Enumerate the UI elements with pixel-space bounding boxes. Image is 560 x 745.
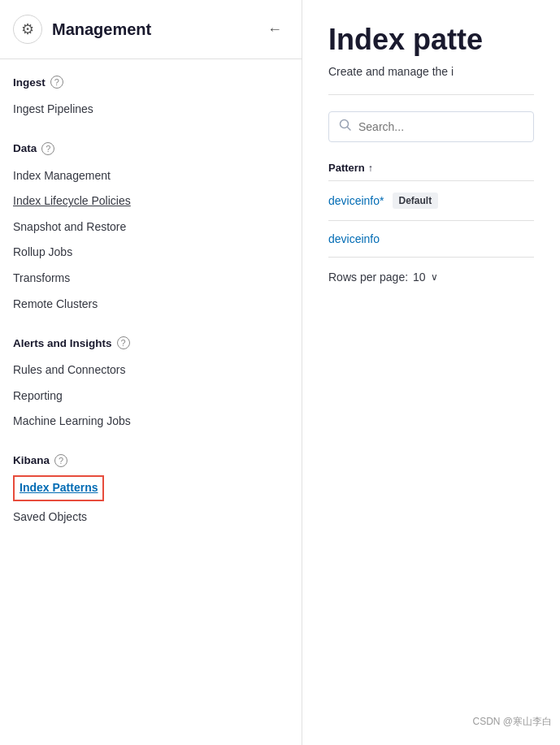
pagination-row: Rows per page: 10 ∨: [328, 258, 534, 284]
page-description: Create and manage the i: [328, 65, 534, 95]
pattern-link-deviceinfo[interactable]: deviceinfo: [328, 232, 380, 245]
rows-per-page-value: 10: [413, 271, 426, 284]
help-icon-data[interactable]: ?: [41, 142, 54, 155]
sidebar-item-rollup-jobs[interactable]: Rollup Jobs: [13, 240, 289, 266]
sidebar-item-saved-objects[interactable]: Saved Objects: [13, 505, 289, 531]
sort-arrow-icon[interactable]: ↑: [368, 162, 373, 174]
sidebar-item-index-lifecycle-policies[interactable]: Index Lifecycle Policies: [13, 188, 289, 214]
sidebar-item-rules-connectors[interactable]: Rules and Connectors: [13, 357, 289, 383]
search-input[interactable]: [358, 120, 523, 133]
section-title-alerts: Alerts and Insights ?: [13, 336, 289, 349]
sidebar-header-left: ⚙ Management: [13, 15, 151, 44]
sidebar-item-remote-clusters[interactable]: Remote Clusters: [13, 292, 289, 318]
watermark-text: CSDN @寒山李白: [472, 715, 552, 729]
section-title-kibana: Kibana ?: [13, 454, 289, 467]
search-icon: [339, 119, 352, 135]
svg-line-1: [348, 128, 351, 131]
nav-section-kibana: Kibana ? Index Patterns Saved Objects: [13, 454, 289, 530]
sidebar-item-transforms[interactable]: Transforms: [13, 266, 289, 292]
table-row: deviceinfo* Default: [328, 181, 534, 221]
nav-section-data: Data ? Index Management Index Lifecycle …: [13, 142, 289, 318]
nav-section-alerts: Alerts and Insights ? Rules and Connecto…: [13, 336, 289, 435]
page-title: Index patte: [328, 23, 534, 57]
collapse-button[interactable]: ←: [264, 18, 285, 41]
pattern-column-header: Pattern ↑: [328, 162, 534, 174]
section-title-data: Data ?: [13, 142, 289, 155]
search-bar: [328, 111, 534, 142]
sidebar-header: ⚙ Management ←: [0, 0, 302, 59]
help-icon-ingest[interactable]: ?: [50, 76, 63, 89]
sidebar-item-index-patterns[interactable]: Index Patterns: [20, 480, 98, 496]
sidebar-title: Management: [52, 20, 151, 39]
default-badge: Default: [393, 193, 439, 209]
sidebar: ⚙ Management ← Ingest ? Ingest Pipelines…: [0, 0, 302, 745]
pagination-chevron-icon[interactable]: ∨: [431, 271, 438, 283]
table-header: Pattern ↑: [328, 162, 534, 181]
main-content: Index patte Create and manage the i Patt…: [302, 0, 560, 745]
help-icon-alerts[interactable]: ?: [117, 336, 130, 349]
rows-per-page-label: Rows per page:: [328, 271, 408, 284]
sidebar-item-ingest-pipelines[interactable]: Ingest Pipelines: [13, 97, 289, 123]
sidebar-item-machine-learning-jobs[interactable]: Machine Learning Jobs: [13, 409, 289, 435]
sidebar-item-snapshot-restore[interactable]: Snapshot and Restore: [13, 214, 289, 240]
table-row: deviceinfo: [328, 221, 534, 258]
section-title-ingest: Ingest ?: [13, 76, 289, 89]
nav-section-ingest: Ingest ? Ingest Pipelines: [13, 76, 289, 123]
sidebar-content: Ingest ? Ingest Pipelines Data ? Index M…: [0, 59, 302, 565]
sidebar-item-index-management[interactable]: Index Management: [13, 163, 289, 189]
gear-icon: ⚙: [13, 15, 42, 44]
help-icon-kibana[interactable]: ?: [54, 454, 67, 467]
sidebar-item-reporting[interactable]: Reporting: [13, 383, 289, 409]
pattern-link-deviceinfo-star[interactable]: deviceinfo*: [328, 194, 384, 207]
